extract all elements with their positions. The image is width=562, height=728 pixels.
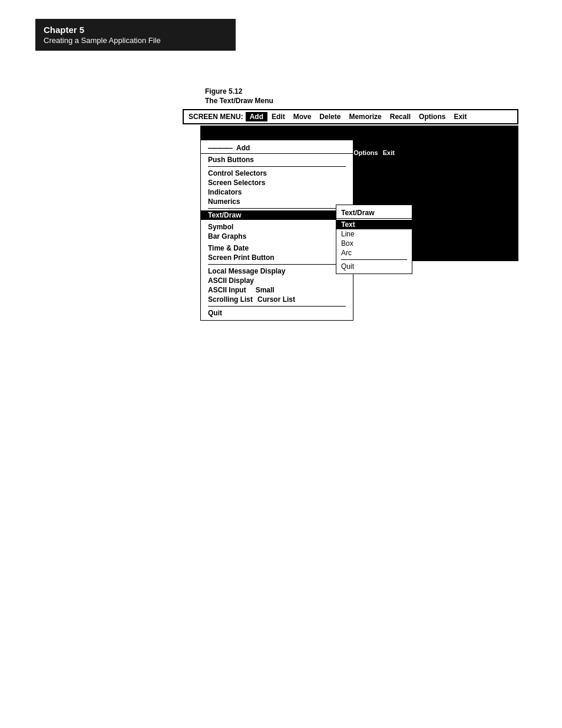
menu-cursor-list[interactable]: Cursor List — [257, 295, 295, 304]
menu-item-delete[interactable]: Delete — [315, 112, 345, 121]
textdraw-sep — [341, 259, 407, 260]
screen-menu-bar: SCREEN MENU: Add Edit Move Delete Memori… — [183, 109, 518, 124]
menu-text-draw[interactable]: Text/Draw — [201, 210, 353, 220]
sec-exit: Exit — [383, 149, 395, 156]
textdraw-menu-header: Text/Draw — [336, 207, 412, 219]
chapter-subtitle: Creating a Sample Application File — [44, 36, 227, 45]
sep-3 — [208, 264, 346, 265]
add-dropdown-menu: Add Push Buttons Control Selectors Scree… — [200, 140, 353, 321]
menu-push-buttons[interactable]: Push Buttons — [201, 155, 353, 164]
screen-menu-label: SCREEN MENU: — [189, 113, 243, 121]
menu-item-move[interactable]: Move — [289, 112, 316, 121]
menu-time-date[interactable]: Time & Date — [201, 243, 353, 253]
sep-2 — [208, 208, 346, 209]
sec-options: Options — [353, 149, 378, 156]
chapter-title: Chapter 5 — [44, 25, 227, 35]
menu-numerics[interactable]: Numerics — [201, 197, 353, 206]
menu-item-recall[interactable]: Recall — [386, 112, 415, 121]
menu-item-add[interactable]: Add — [246, 112, 267, 121]
menu-indicators[interactable]: Indicators — [201, 187, 353, 197]
menu-item-options[interactable]: Options — [415, 112, 449, 121]
add-menu-header: Add — [201, 143, 353, 154]
menu-item-memorize[interactable]: Memorize — [345, 112, 385, 121]
menu-control-selectors[interactable]: Control Selectors — [201, 169, 353, 178]
menu-ascii-display[interactable]: ASCII Display — [201, 276, 353, 285]
textdraw-line[interactable]: Line — [336, 229, 412, 239]
sep-4 — [208, 306, 346, 307]
textdraw-submenu: Text/Draw Text Line Box Arc Quit — [336, 205, 412, 274]
textdraw-quit[interactable]: Quit — [336, 262, 412, 271]
menu-ascii-input[interactable]: ASCII Input — [208, 286, 246, 294]
chapter-header: Chapter 5 Creating a Sample Application … — [35, 19, 236, 51]
figure-title: The Text/Draw Menu — [205, 97, 273, 105]
scrolling-list-row: Scrolling List Cursor List — [201, 295, 353, 304]
menu-symbol[interactable]: Symbol — [201, 222, 353, 232]
sep-1 — [208, 166, 346, 167]
ascii-input-row: ASCII Input Small — [201, 285, 353, 295]
textdraw-arc[interactable]: Arc — [336, 248, 412, 258]
menu-bar-graphs[interactable]: Bar Graphs — [201, 232, 353, 241]
menu-screen-print[interactable]: Screen Print Button — [201, 253, 353, 262]
menu-quit[interactable]: Quit — [201, 308, 353, 318]
figure-label: Figure 5.12 — [205, 87, 242, 95]
textdraw-header-label: Text/Draw — [341, 209, 374, 217]
menu-small[interactable]: Small — [256, 286, 275, 294]
textdraw-text[interactable]: Text — [336, 220, 412, 229]
menu-scrolling-list[interactable]: Scrolling List — [208, 295, 253, 304]
textdraw-box[interactable]: Box — [336, 239, 412, 248]
menu-item-exit[interactable]: Exit — [449, 112, 471, 121]
menu-item-edit[interactable]: Edit — [267, 112, 289, 121]
menu-local-message[interactable]: Local Message Display — [201, 266, 353, 276]
screen-menu-container: SCREEN MENU: Add Edit Move Delete Memori… — [183, 109, 518, 262]
menu-screen-selectors[interactable]: Screen Selectors — [201, 178, 353, 187]
add-menu-header-label: Add — [236, 144, 250, 152]
